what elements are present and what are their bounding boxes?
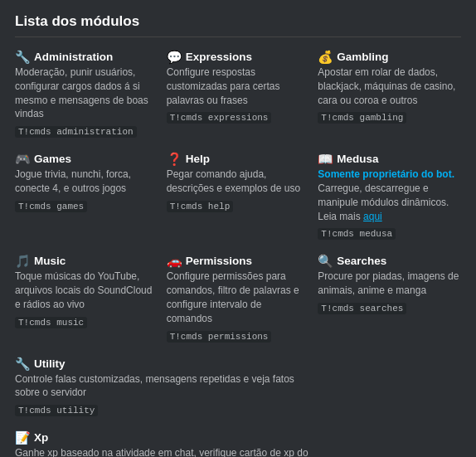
module-header-gambling: 💰 Gambling bbox=[318, 51, 461, 63]
module-cmd-utility: T!cmds utility bbox=[15, 405, 98, 416]
module-administration: 🔧 Administration Moderação, punir usuári… bbox=[15, 49, 158, 139]
module-cmd-expressions: T!cmds expressions bbox=[167, 112, 272, 124]
module-desc-games: Jogue trivia, nunchi, forca, conecte 4, … bbox=[15, 168, 158, 196]
module-name-music: Music bbox=[34, 255, 66, 267]
module-header-music: 🎵 Music bbox=[15, 255, 158, 267]
module-header-searches: 🔍 Searches bbox=[318, 255, 461, 267]
medusa-bold-text: Somente proprietário do bot. bbox=[318, 168, 454, 180]
utility-icon: 🔧 bbox=[15, 357, 31, 370]
module-desc-music: Toque músicas do YouTube, arquivos locai… bbox=[15, 270, 158, 311]
module-cmd-music: T!cmds music bbox=[15, 317, 87, 328]
module-searches: 🔍 Searches Procure por piadas, imagens d… bbox=[318, 253, 461, 343]
module-header-medusa: 📖 Medusa bbox=[318, 153, 461, 165]
module-permissions: 🚗 Permissions Configure permissões para … bbox=[167, 253, 310, 343]
module-name-medusa: Medusa bbox=[337, 153, 378, 165]
module-desc-searches: Procure por piadas, imagens de animais, … bbox=[318, 270, 461, 298]
permissions-icon: 🚗 bbox=[167, 255, 182, 267]
expressions-icon: 💬 bbox=[167, 51, 182, 63]
module-help: ❓ Help Pegar comando ajuda, descrições e… bbox=[167, 151, 310, 241]
module-name-searches: Searches bbox=[337, 255, 386, 267]
module-music: 🎵 Music Toque músicas do YouTube, arquiv… bbox=[15, 253, 158, 343]
module-desc-gambling: Apostar em rolar de dados, blackjack, má… bbox=[318, 66, 461, 107]
module-name-expressions: Expressions bbox=[186, 51, 252, 63]
module-header-xp: 📝 Xp bbox=[15, 431, 309, 444]
module-header-help: ❓ Help bbox=[167, 153, 310, 165]
administration-icon: 🔧 bbox=[15, 51, 31, 63]
module-header-utility: 🔧 Utility bbox=[15, 357, 309, 370]
module-name-xp: Xp bbox=[34, 431, 48, 444]
module-utility: 🔧 Utility Controle falas customizadas, m… bbox=[15, 356, 309, 419]
module-desc-xp: Ganhe xp baseado na atividade em chat, v… bbox=[15, 446, 309, 457]
module-name-games: Games bbox=[34, 153, 71, 165]
module-name-permissions: Permissions bbox=[186, 255, 252, 267]
module-gambling: 💰 Gambling Apostar em rolar de dados, bl… bbox=[318, 49, 461, 139]
module-xp: 📝 Xp Ganhe xp baseado na atividade em ch… bbox=[15, 430, 309, 457]
gambling-icon: 💰 bbox=[318, 51, 333, 63]
module-desc-help: Pegar comando ajuda, descrições e exempl… bbox=[167, 168, 310, 196]
module-name-administration: Administration bbox=[34, 51, 113, 63]
module-header-games: 🎮 Games bbox=[15, 153, 158, 165]
module-name-utility: Utility bbox=[34, 357, 66, 370]
xp-icon: 📝 bbox=[15, 431, 31, 444]
module-desc-medusa: Somente proprietário do bot. Carregue, d… bbox=[318, 168, 461, 223]
help-icon: ❓ bbox=[167, 153, 182, 165]
module-games: 🎮 Games Jogue trivia, nunchi, forca, con… bbox=[15, 151, 158, 241]
module-cmd-gambling: T!cmds gambling bbox=[318, 112, 406, 124]
module-cmd-permissions: T!cmds permissions bbox=[167, 331, 272, 343]
page-title: Lista dos módulos bbox=[15, 13, 461, 37]
module-medusa: 📖 Medusa Somente proprietário do bot. Ca… bbox=[318, 151, 461, 241]
medusa-link[interactable]: aqui bbox=[363, 211, 382, 222]
module-cmd-games: T!cmds games bbox=[15, 201, 87, 212]
module-header-expressions: 💬 Expressions bbox=[167, 51, 310, 63]
module-cmd-help: T!cmds help bbox=[167, 201, 234, 212]
module-cmd-administration: T!cmds administration bbox=[15, 126, 137, 138]
main-container: Lista dos módulos 🔧 Administration Moder… bbox=[0, 0, 476, 457]
module-desc-expressions: Configure respostas customizadas para ce… bbox=[167, 66, 310, 107]
module-header-administration: 🔧 Administration bbox=[15, 51, 158, 63]
module-desc-permissions: Configure permissões para comandos, filt… bbox=[167, 270, 310, 325]
module-header-permissions: 🚗 Permissions bbox=[167, 255, 310, 267]
searches-icon: 🔍 bbox=[318, 255, 333, 267]
module-expressions: 💬 Expressions Configure respostas custom… bbox=[167, 49, 310, 139]
module-desc-administration: Moderação, punir usuários, configurar ca… bbox=[15, 66, 158, 121]
music-icon: 🎵 bbox=[15, 255, 31, 267]
module-desc-utility: Controle falas customizadas, mensagens r… bbox=[15, 372, 309, 401]
module-cmd-searches: T!cmds searches bbox=[318, 303, 406, 314]
module-name-gambling: Gambling bbox=[337, 51, 388, 63]
module-cmd-medusa: T!cmds medusa bbox=[318, 228, 396, 240]
module-name-help: Help bbox=[186, 153, 210, 165]
games-icon: 🎮 bbox=[15, 153, 31, 165]
medusa-icon: 📖 bbox=[318, 153, 333, 165]
modules-grid: 🔧 Administration Moderação, punir usuári… bbox=[15, 49, 461, 457]
